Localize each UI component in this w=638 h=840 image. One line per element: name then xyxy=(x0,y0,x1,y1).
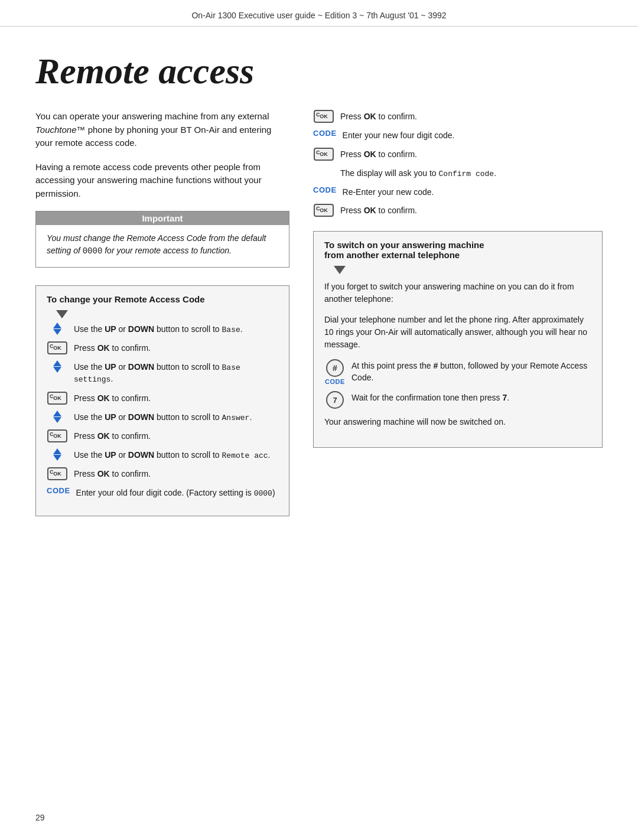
switch-step-2-text: Wait for the confirmation tone then pres… xyxy=(351,391,509,404)
step-8: OK Press OK to confirm. xyxy=(47,467,278,480)
change-code-steps: Use the UP or DOWN button to scroll to B… xyxy=(47,323,278,499)
hash-code-icon: # CODE xyxy=(324,359,346,385)
switch-on-steps: # CODE At this point press the # button,… xyxy=(324,359,591,409)
switch-on-intro2: Dial your telephone number and let the p… xyxy=(324,314,591,351)
important-body: You must change the Remote Access Code f… xyxy=(47,232,278,258)
code-label-r2: CODE xyxy=(313,185,337,194)
switch-on-section: To switch on your answering machine from… xyxy=(313,231,603,448)
important-title: Important xyxy=(36,211,289,225)
right-step-5: CODE Re-Enter your new code. xyxy=(313,185,603,198)
right-step-1-text: Press OK to confirm. xyxy=(340,110,417,123)
arrow-icon-4 xyxy=(47,448,68,461)
right-steps: OK Press OK to confirm. CODE Enter your … xyxy=(313,110,603,217)
step-8-text: Press OK to confirm. xyxy=(74,467,151,480)
page-title: Remote access xyxy=(35,50,603,92)
switch-on-intro1: If you forget to switch your answering m… xyxy=(324,281,591,305)
ok-icon-1: OK xyxy=(47,341,68,354)
code-label-r1: CODE xyxy=(313,129,337,138)
step-3-text: Use the UP or DOWN button to scroll to B… xyxy=(74,360,278,385)
ok-icon-2: OK xyxy=(47,392,68,405)
step-6: OK Press OK to confirm. xyxy=(47,429,278,442)
right-step-3-text: Press OK to confirm. xyxy=(340,148,417,161)
switch-on-outro: Your answering machine will now be switc… xyxy=(324,416,591,428)
step-9-text: Enter your old four digit code. (Factory… xyxy=(76,486,275,499)
step-4-text: Press OK to confirm. xyxy=(74,392,151,405)
step-5: Use the UP or DOWN button to scroll to A… xyxy=(47,411,278,424)
right-step-2: CODE Enter your new four digit code. xyxy=(313,129,603,142)
arrow-icon-1 xyxy=(47,323,68,335)
code-label-1: CODE xyxy=(47,486,70,495)
step-7: Use the UP or DOWN button to scroll to R… xyxy=(47,448,278,461)
step-9: CODE Enter your old four digit code. (Fa… xyxy=(47,486,278,499)
step-2: OK Press OK to confirm. xyxy=(47,341,278,354)
step-7-text: Use the UP or DOWN button to scroll to R… xyxy=(74,448,270,461)
ok-icon-r1: OK xyxy=(313,110,334,123)
switch-step-1: # CODE At this point press the # button,… xyxy=(324,359,591,385)
step-1-text: Use the UP or DOWN button to scroll to B… xyxy=(74,323,243,336)
step-5-text: Use the UP or DOWN button to scroll to A… xyxy=(74,411,252,424)
switch-on-title: To switch on your answering machine from… xyxy=(324,240,591,260)
step-6-text: Press OK to confirm. xyxy=(74,429,151,442)
step-1: Use the UP or DOWN button to scroll to B… xyxy=(47,323,278,336)
page-header: On-Air 1300 Executive user guide ~ Editi… xyxy=(0,0,638,27)
change-code-title: To change your Remote Access Code xyxy=(47,294,278,304)
ok-icon-r3: OK xyxy=(313,204,334,217)
right-step-2-text: Enter your new four digit code. xyxy=(343,129,455,142)
step-2-text: Press OK to confirm. xyxy=(74,341,151,354)
switch-step-1-text: At this point press the # button, follow… xyxy=(351,359,591,383)
intro-para1: You can operate your answering machine f… xyxy=(35,110,289,150)
page-number: 29 xyxy=(35,813,45,822)
arrow-icon-2 xyxy=(47,360,68,373)
step-4: OK Press OK to confirm. xyxy=(47,392,278,405)
ok-icon-r2: OK xyxy=(313,148,334,161)
change-code-section: To change your Remote Access Code xyxy=(35,285,289,516)
step-3: Use the UP or DOWN button to scroll to B… xyxy=(47,360,278,385)
right-step-1: OK Press OK to confirm. xyxy=(313,110,603,123)
right-step-4: The display will ask you to Confirm code… xyxy=(313,167,603,180)
intro-para2: Having a remote access code prevents oth… xyxy=(35,161,289,201)
num7-icon: 7 xyxy=(324,391,346,409)
switch-step-2: 7 Wait for the confirmation tone then pr… xyxy=(324,391,591,409)
right-step-5-text: Re-Enter your new code. xyxy=(343,185,434,198)
right-step-4-text: The display will ask you to Confirm code… xyxy=(340,167,496,180)
right-step-3: OK Press OK to confirm. xyxy=(313,148,603,161)
important-box: Important You must change the Remote Acc… xyxy=(35,211,289,268)
arrow-icon-3 xyxy=(47,411,68,423)
left-column: You can operate your answering machine f… xyxy=(35,110,289,527)
right-step-6: OK Press OK to confirm. xyxy=(313,204,603,217)
right-step-6-text: Press OK to confirm. xyxy=(340,204,417,217)
ok-icon-4: OK xyxy=(47,467,68,480)
right-column: OK Press OK to confirm. CODE Enter your … xyxy=(313,110,603,458)
ok-icon-3: OK xyxy=(47,429,68,442)
header-text: On-Air 1300 Executive user guide ~ Editi… xyxy=(191,11,446,20)
